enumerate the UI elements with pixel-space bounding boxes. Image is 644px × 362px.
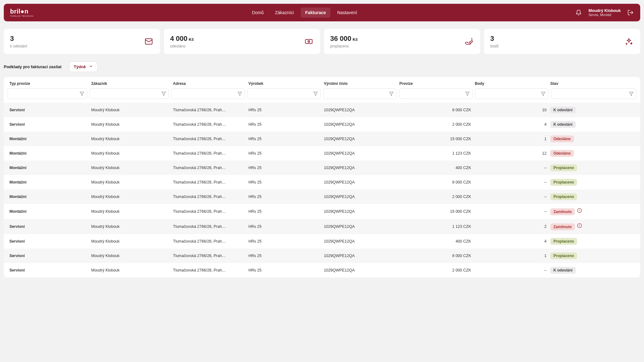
cell-type: Servisní [8,224,89,229]
cell-address: Tlumačovská 2766/26, Prah… [171,209,247,214]
cell-state: K odeslání [548,107,636,113]
filter-pts[interactable] [475,88,548,99]
logout-icon[interactable] [627,9,634,16]
table-row[interactable]: Montážní Moudrý Klobouk Tlumačovská 2766… [4,132,640,146]
col-header-state[interactable]: Stav [548,81,636,86]
cell-points: 1 [473,137,548,141]
table-row[interactable]: Montážní Moudrý Klobouk Tlumačovská 2766… [4,146,640,161]
card-mail[interactable]: 3 k odeslání [4,29,160,54]
card-sparkle[interactable]: 3 bodů [484,29,640,54]
cell-product: HRs 25 [247,195,322,199]
cell-type: Montážní [8,151,89,156]
filter-prod[interactable] [247,88,321,99]
filter-type[interactable] [8,88,87,99]
table-row[interactable]: Servisní Moudrý Klobouk Tlumačovská 2766… [4,103,640,117]
cell-state: Proplaceno [548,179,636,186]
table-row[interactable]: Servisní Moudrý Klobouk Tlumačovská 2766… [4,263,640,277]
table-row[interactable]: Montážní Moudrý Klobouk Tlumačovská 2766… [4,204,640,219]
cell-address: Tlumačovská 2766/26, Prah… [171,122,247,127]
status-badge: Zamítnuto [550,223,575,230]
user-name: Moudrý Klobouk [588,8,621,13]
cell-points: – [473,180,548,184]
cell-serial: 1029QWPE12QA [322,166,397,170]
status-badge: Proplaceno [550,164,577,171]
cell-address: Tlumačovská 2766/26, Prah… [171,224,247,229]
info-icon[interactable] [577,208,582,213]
status-badge: Proplaceno [550,238,577,245]
cell-commission: 400 CZK [397,239,473,244]
card-hand-coin[interactable]: 36 000Kč proplaceno $ [324,29,480,54]
notifications-icon[interactable] [575,9,582,16]
info-icon[interactable] [577,223,582,228]
table-row[interactable]: Montážní Moudrý Klobouk Tlumačovská 2766… [4,161,640,175]
nav-fakturace[interactable]: Fakturace [301,8,330,18]
filter-icon [389,91,394,96]
table-row[interactable]: Montážní Moudrý Klobouk Tlumačovská 2766… [4,175,640,189]
col-header-prod[interactable]: Výrobek [247,81,322,86]
filter-serial[interactable] [323,88,397,99]
topbar: bril●n TEPELNÁ TECHNIKA DomůZákazníciFak… [4,4,640,21]
cell-commission: 1 123 CZK [397,224,473,229]
svg-text:0: 0 [308,40,310,43]
chevron-down-icon [89,64,93,69]
cell-points: 1 [473,254,548,258]
cell-state: Zamítnuto [548,223,636,230]
sparkle-icon [624,36,634,47]
filter-cust[interactable] [90,88,169,99]
cell-product: HRs 25 [247,122,322,127]
col-header-pts[interactable]: Body [473,81,548,86]
filter-icon [313,91,318,96]
table-row[interactable]: Servisní Moudrý Klobouk Tlumačovská 2766… [4,219,640,234]
col-header-comm[interactable]: Provize [397,81,473,86]
nav-nastavení[interactable]: Nastavení [333,8,362,18]
cell-customer: Moudrý Klobouk [89,122,171,127]
section-label: Podklady pro fakturaci zasílat [4,64,62,69]
cell-customer: Moudrý Klobouk [89,268,171,272]
nav-domů[interactable]: Domů [247,8,268,18]
cell-customer: Moudrý Klobouk [89,108,171,112]
cell-commission: 2 000 CZK [397,195,473,199]
filter-addr[interactable] [171,88,245,99]
col-header-cust[interactable]: Zákazník [89,81,171,86]
cell-state: K odeslání [548,267,636,274]
filter-comm[interactable] [399,88,472,99]
user-block[interactable]: Moudrý Klobouk Servis, Montáž [588,8,621,17]
brand-name: bril●n [10,8,34,14]
card-label: proplaceno [330,44,358,48]
card-label: bodů [490,44,499,48]
status-badge: K odeslání [550,107,576,113]
table-row[interactable]: Servisní Moudrý Klobouk Tlumačovská 2766… [4,234,640,249]
cell-product: HRs 25 [247,166,322,170]
table-row[interactable]: Montážní Moudrý Klobouk Tlumačovská 2766… [4,189,640,204]
cell-serial: 1029QWPE12QA [322,268,397,272]
svg-marker-11 [465,92,469,95]
cell-serial: 1029QWPE12QA [322,195,397,199]
nav-zákazníci[interactable]: Zákazníci [270,8,298,18]
cell-commission: 15 000 CZK [397,137,473,141]
col-header-serial[interactable]: Výrobní číslo [322,81,397,86]
status-badge: Odesláno [550,135,574,142]
cell-commission: 1 123 CZK [397,151,473,156]
filter-state[interactable] [551,88,636,99]
cell-commission: 400 CZK [397,166,473,170]
cell-commission: 8 000 CZK [397,108,473,112]
cell-commission: 15 000 CZK [397,209,473,214]
svg-marker-9 [314,92,318,95]
cell-address: Tlumačovská 2766/26, Prah… [171,108,247,112]
frequency-value: Týdně [74,64,86,69]
frequency-select[interactable]: Týdně [69,62,97,72]
filter-icon [629,91,634,96]
cell-points: – [473,209,548,214]
card-value: 3 [490,35,499,43]
card-label: odesláno [170,44,194,48]
main-nav: DomůZákazníciFakturaceNastavení [247,8,361,18]
card-money[interactable]: 4 000Kč odesláno 0 [164,29,320,54]
col-header-addr[interactable]: Adresa [171,81,247,86]
cell-serial: 1029QWPE12QA [322,108,397,112]
cell-serial: 1029QWPE12QA [322,239,397,244]
table-row[interactable]: Servisní Moudrý Klobouk Tlumačovská 2766… [4,249,640,263]
brand-logo[interactable]: bril●n TEPELNÁ TECHNIKA [10,8,34,17]
table-row[interactable]: Servisní Moudrý Klobouk Tlumačovská 2766… [4,117,640,132]
col-header-type[interactable]: Typ provize [8,81,89,86]
cell-product: HRs 25 [247,180,322,184]
